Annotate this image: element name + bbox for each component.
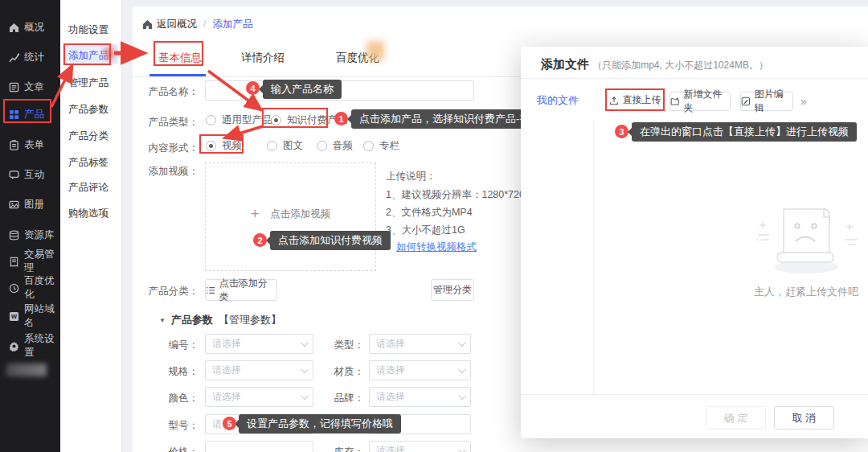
chat-icon [9, 170, 19, 180]
submenu-item-product-params[interactable]: 产品参数 [68, 101, 117, 118]
sidebar-item-resources[interactable]: 资源库 [0, 224, 60, 246]
param-input-price[interactable] [205, 441, 313, 452]
cancel-button[interactable]: 取 消 [774, 406, 834, 429]
radio-audio[interactable]: 音频 [317, 139, 353, 153]
step-badge-4: 4 [246, 81, 260, 95]
add-video-label: 添加视频： [134, 165, 199, 179]
sidebar-item-products[interactable]: 产品 [0, 103, 60, 125]
active-tab-underline [149, 74, 206, 76]
param-label: 规格： [134, 365, 199, 379]
step-tooltip-2: 点击添加知识付费视频 [270, 231, 391, 250]
image-edit-button[interactable]: 图片编辑 [740, 92, 793, 111]
sidebar-item-stats[interactable]: 统计 [0, 46, 60, 68]
radio-circle[interactable] [206, 141, 216, 151]
sidebar-item-articles[interactable]: 文章 [0, 76, 60, 98]
manage-params-link[interactable]: 【管理参数】 [219, 313, 281, 327]
product-submenu: 功能设置 添加产品 管理产品 产品参数 产品分类 产品标签 产品评论 购物选项 [60, 0, 122, 452]
param-label: 材质： [300, 365, 364, 379]
manage-category-button[interactable]: 管理分类 [431, 279, 474, 301]
confirm-button[interactable]: 确 定 [706, 406, 766, 429]
param-select-number[interactable]: 请选择 [205, 334, 313, 354]
step-tooltip-5: 设置产品参数，记得填写价格哦 [239, 414, 401, 434]
param-label: 库存： [300, 446, 364, 452]
toolbar-more-chevrons[interactable]: » [800, 95, 807, 108]
radio-circle[interactable] [317, 141, 327, 151]
radio-circle[interactable] [206, 115, 216, 125]
params-title: 产品参数 [171, 313, 213, 327]
home-icon [9, 23, 19, 33]
sidebar-item-interaction[interactable]: 互动 [0, 163, 60, 186]
breadcrumb-back-link[interactable]: 返回概况 [157, 18, 197, 31]
page: 概况 统计 文章 产品 表单 互动 图册 资源库 [0, 0, 868, 452]
gear-icon [9, 341, 19, 351]
sidebar-item-domain[interactable]: W 网站域名 [0, 305, 60, 327]
submenu-item-function-settings[interactable]: 功能设置 [68, 21, 117, 39]
stats-icon [9, 52, 19, 63]
step-badge-1: 1 [334, 112, 348, 125]
param-select-brand[interactable]: 请选择 [369, 387, 471, 407]
param-select-color[interactable]: 请选择 [205, 387, 313, 407]
step-badge-3: 3 [615, 125, 628, 138]
content-form-label: 内容形式： [134, 142, 199, 155]
upload-note-1: 1、建议视频分辨率：1280*720 [386, 188, 525, 202]
radio-circle[interactable] [271, 115, 281, 125]
submenu-item-shopping-options[interactable]: 购物选项 [68, 204, 117, 222]
param-select-stock[interactable]: 请选择 [369, 441, 471, 452]
add-file-modal: 添加文件 （只能添加mp4, 大小不超过1024MB。） 我的文件 直接上传 新… [521, 47, 868, 438]
submenu-item-product-tags[interactable]: 产品标签 [68, 154, 117, 171]
radio-circle[interactable] [363, 141, 374, 151]
svg-text:W: W [11, 313, 17, 320]
seo-icon [9, 283, 19, 294]
sidebar-item-settings[interactable]: 系统设置 [0, 335, 60, 357]
radio-column[interactable]: 专栏 [363, 139, 399, 153]
upload-note-2: 2、文件格式为MP4 [386, 206, 473, 220]
trade-icon [9, 257, 19, 267]
sidebar-item-trade[interactable]: 交易管理 [0, 250, 60, 273]
add-video-dropzone[interactable]: + 点击添加视频 [205, 162, 376, 271]
breadcrumb-separator: / [203, 18, 206, 30]
radio-circle[interactable] [267, 141, 277, 151]
masked-badge [104, 47, 114, 60]
sidebar-item-forms[interactable]: 表单 [0, 134, 60, 156]
add-category-button[interactable]: 点击添加分类 [205, 279, 277, 301]
form-icon [9, 140, 19, 150]
home-icon [142, 19, 153, 30]
submenu-item-product-categories[interactable]: 产品分类 [68, 127, 117, 145]
modal-column-divider [593, 121, 594, 394]
upload-note-3: 3、大小不超过1G [386, 224, 465, 237]
sidebar-item-overview[interactable]: 概况 [0, 16, 60, 39]
masked-account-label [6, 364, 47, 376]
step-badge-2: 2 [253, 233, 267, 247]
sidebar-item-baidu-seo[interactable]: 百度优化 [0, 277, 60, 299]
submenu-item-manage-products[interactable]: 管理产品 [68, 74, 117, 92]
submenu-item-product-reviews[interactable]: 产品评论 [68, 179, 117, 196]
modal-footer-divider [521, 394, 868, 395]
gallery-icon [9, 199, 19, 210]
caret-down-icon[interactable]: ▼ [159, 317, 166, 324]
radio-video[interactable]: 视频 [206, 139, 242, 153]
modal-nav-my-files[interactable]: 我的文件 [537, 93, 579, 108]
empty-files-illustration [751, 201, 864, 281]
param-select-material[interactable]: 请选择 [369, 360, 471, 380]
convert-video-format-link[interactable]: 如何转换视频格式 [396, 240, 477, 254]
direct-upload-button[interactable]: 直接上传 [607, 91, 663, 109]
article-icon [9, 82, 19, 92]
sidebar-item-gallery[interactable]: 图册 [0, 193, 60, 216]
new-folder-button[interactable]: 新增文件夹 [669, 92, 731, 111]
product-params-header: ▼ 产品参数 【管理参数】 [159, 313, 281, 327]
product-grid-icon [9, 109, 19, 120]
upload-notes-title: 上传说明： [386, 170, 436, 183]
tab-detail-intro[interactable]: 详情介绍 [241, 51, 285, 65]
folder-plus-icon [670, 97, 680, 106]
empty-state-text: 主人，赶紧上传文件吧 [726, 285, 868, 299]
step-tooltip-1: 点击添加产品，选择知识付费产品-视频 [351, 109, 548, 129]
radio-general-product[interactable]: 通用型产品 [206, 113, 272, 127]
main-sidebar: 概况 统计 文章 产品 表单 互动 图册 资源库 [0, 0, 60, 452]
param-select-spec[interactable]: 请选择 [205, 360, 313, 380]
radio-image-text[interactable]: 图文 [267, 139, 303, 153]
chevron-down-icon [458, 365, 466, 373]
breadcrumb: 返回概况 / 添加产品 [142, 14, 252, 34]
library-icon [9, 230, 19, 240]
param-select-type[interactable]: 请选择 [369, 334, 471, 354]
tab-basic-info[interactable]: 基本信息 [158, 51, 202, 65]
